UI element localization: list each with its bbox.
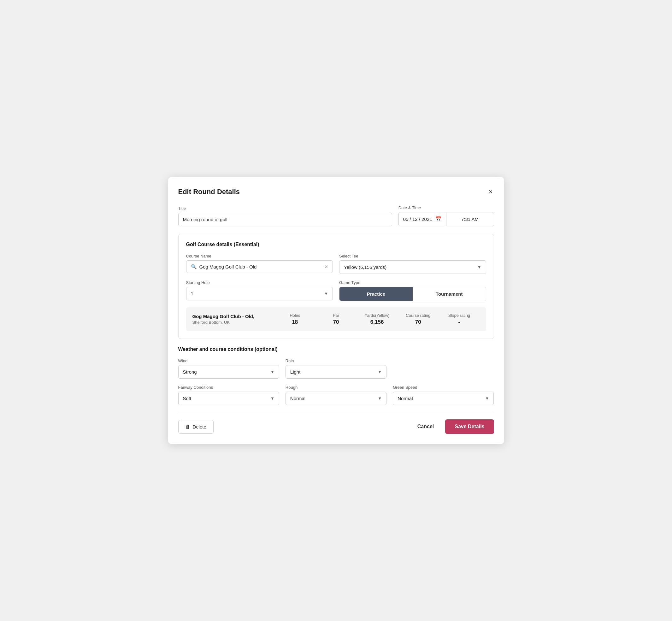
modal-header: Edit Round Details × <box>178 187 494 197</box>
select-tee-dropdown[interactable]: Yellow (6,156 yards) ▼ <box>339 260 486 274</box>
chevron-down-icon-rain: ▼ <box>378 370 382 374</box>
rain-group: Rain Light ▼ <box>286 359 386 379</box>
holes-label: Holes <box>275 313 316 318</box>
course-stat-holes: Holes 18 <box>275 313 316 325</box>
fairway-group: Fairway Conditions Soft ▼ <box>178 385 279 405</box>
game-type-toggle: Practice Tournament <box>339 287 486 301</box>
conditions-title: Weather and course conditions (optional) <box>178 346 494 352</box>
wind-value: Strong <box>183 369 197 375</box>
chevron-down-icon-wind: ▼ <box>270 370 275 374</box>
course-name-label: Course Name <box>186 254 333 258</box>
select-tee-group: Select Tee Yellow (6,156 yards) ▼ <box>339 254 486 274</box>
par-label: Par <box>316 313 356 318</box>
starting-hole-value: 1 <box>191 291 194 296</box>
trash-icon: 🗑 <box>185 424 190 429</box>
par-value: 70 <box>316 319 356 325</box>
datetime-field-group: Date & Time 05 / 12 / 2021 📅 7:31 AM <box>398 205 494 226</box>
date-field[interactable]: 05 / 12 / 2021 📅 <box>399 212 447 226</box>
slope-rating-value: - <box>438 319 479 325</box>
golf-course-section: Golf Course details (Essential) Course N… <box>178 234 494 339</box>
course-stat-course-rating: Course rating 70 <box>397 313 438 325</box>
game-type-label: Game Type <box>339 280 486 285</box>
starting-hole-dropdown[interactable]: 1 ▼ <box>186 287 333 300</box>
delete-button[interactable]: 🗑 Delete <box>178 420 214 433</box>
chevron-down-icon-hole: ▼ <box>324 291 328 296</box>
close-button[interactable]: × <box>488 187 494 197</box>
search-icon: 🔍 <box>191 264 197 270</box>
yards-value: 6,156 <box>356 319 397 325</box>
wind-group: Wind Strong ▼ <box>178 359 279 379</box>
title-field-group: Title <box>178 206 392 226</box>
title-label: Title <box>178 206 392 211</box>
datetime-label: Date & Time <box>398 205 494 210</box>
practice-toggle-button[interactable]: Practice <box>339 287 413 301</box>
fairway-rough-green-row: Fairway Conditions Soft ▼ Rough Normal ▼… <box>178 385 494 405</box>
course-name-group: Course Name 🔍 ✕ <box>186 254 333 274</box>
clear-icon[interactable]: ✕ <box>324 264 328 269</box>
green-speed-dropdown[interactable]: Normal ▼ <box>393 391 494 405</box>
game-type-group: Game Type Practice Tournament <box>339 280 486 301</box>
course-stat-slope-rating: Slope rating - <box>438 313 479 325</box>
rough-dropdown[interactable]: Normal ▼ <box>286 391 386 405</box>
conditions-section: Weather and course conditions (optional)… <box>178 346 494 405</box>
fairway-label: Fairway Conditions <box>178 385 279 390</box>
rain-label: Rain <box>286 359 386 363</box>
starting-hole-group: Starting Hole 1 ▼ <box>186 280 333 301</box>
select-tee-label: Select Tee <box>339 254 486 258</box>
holes-value: 18 <box>275 319 316 325</box>
cancel-button[interactable]: Cancel <box>412 420 439 433</box>
wind-dropdown[interactable]: Strong ▼ <box>178 365 279 379</box>
slope-rating-label: Slope rating <box>438 313 479 318</box>
fairway-value: Soft <box>183 396 192 401</box>
green-speed-label: Green Speed <box>393 385 494 390</box>
save-button[interactable]: Save Details <box>445 419 494 434</box>
delete-label: Delete <box>193 424 206 429</box>
time-value: 7:31 AM <box>461 216 478 222</box>
chevron-down-icon-rough: ▼ <box>378 396 382 401</box>
green-speed-group: Green Speed Normal ▼ <box>393 385 494 405</box>
date-value: 05 / 12 / 2021 <box>403 216 432 222</box>
course-stat-par: Par 70 <box>316 313 356 325</box>
select-tee-value: Yellow (6,156 yards) <box>344 264 386 270</box>
edit-round-modal: Edit Round Details × Title Date & Time 0… <box>168 177 504 444</box>
rough-group: Rough Normal ▼ <box>286 385 386 405</box>
course-name-input[interactable] <box>199 264 322 270</box>
time-field[interactable]: 7:31 AM <box>447 212 494 226</box>
fairway-dropdown[interactable]: Soft ▼ <box>178 391 279 405</box>
footer-right: Cancel Save Details <box>412 419 494 434</box>
tournament-toggle-button[interactable]: Tournament <box>413 287 486 301</box>
course-rating-label: Course rating <box>397 313 438 318</box>
course-rating-value: 70 <box>397 319 438 325</box>
title-input[interactable] <box>178 213 392 226</box>
rain-value: Light <box>290 369 301 375</box>
top-fields-row: Title Date & Time 05 / 12 / 2021 📅 7:31 … <box>178 205 494 226</box>
course-name-input-wrap[interactable]: 🔍 ✕ <box>186 260 333 273</box>
course-info-name: Gog Magog Golf Club - Old, Shelford Bott… <box>193 314 275 325</box>
chevron-down-icon-green: ▼ <box>485 396 489 401</box>
golf-section-title: Golf Course details (Essential) <box>186 242 486 247</box>
modal-footer: 🗑 Delete Cancel Save Details <box>178 413 494 434</box>
course-info-name-text: Gog Magog Golf Club - Old, <box>193 314 275 319</box>
hole-gametype-row: Starting Hole 1 ▼ Game Type Practice Tou… <box>186 280 486 301</box>
yards-label: Yards(Yellow) <box>356 313 397 318</box>
rain-dropdown[interactable]: Light ▼ <box>286 365 386 379</box>
course-info-box: Gog Magog Golf Club - Old, Shelford Bott… <box>186 307 486 331</box>
course-stat-yards: Yards(Yellow) 6,156 <box>356 313 397 325</box>
wind-rain-row: Wind Strong ▼ Rain Light ▼ <box>178 359 494 379</box>
starting-hole-label: Starting Hole <box>186 280 333 285</box>
rough-value: Normal <box>290 396 305 401</box>
chevron-down-icon-fairway: ▼ <box>270 396 275 401</box>
rough-label: Rough <box>286 385 386 390</box>
chevron-down-icon: ▼ <box>477 265 481 270</box>
green-speed-value: Normal <box>397 396 413 401</box>
modal-title: Edit Round Details <box>178 188 240 196</box>
wind-label: Wind <box>178 359 279 363</box>
course-tee-row: Course Name 🔍 ✕ Select Tee Yellow (6,156… <box>186 254 486 274</box>
course-info-location: Shelford Bottom, UK <box>193 320 275 325</box>
datetime-wrap: 05 / 12 / 2021 📅 7:31 AM <box>398 212 494 226</box>
calendar-icon: 📅 <box>435 216 442 222</box>
